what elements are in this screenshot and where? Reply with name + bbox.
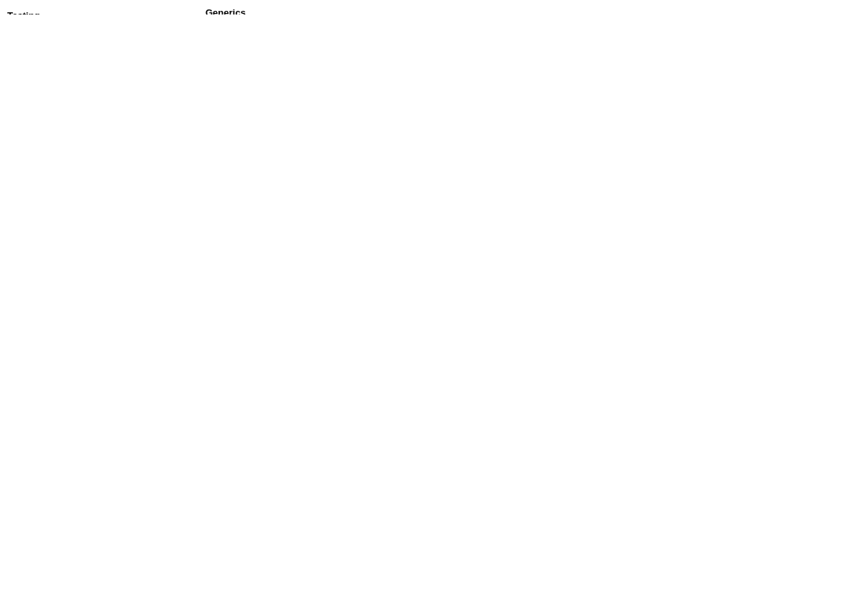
left-column: Testing java Test1 <inputs/Test1.1.in> O… <box>7 7 195 14</box>
heading-generics: Generics <box>205 7 246 14</box>
heading-testing: Testing <box>7 10 195 14</box>
